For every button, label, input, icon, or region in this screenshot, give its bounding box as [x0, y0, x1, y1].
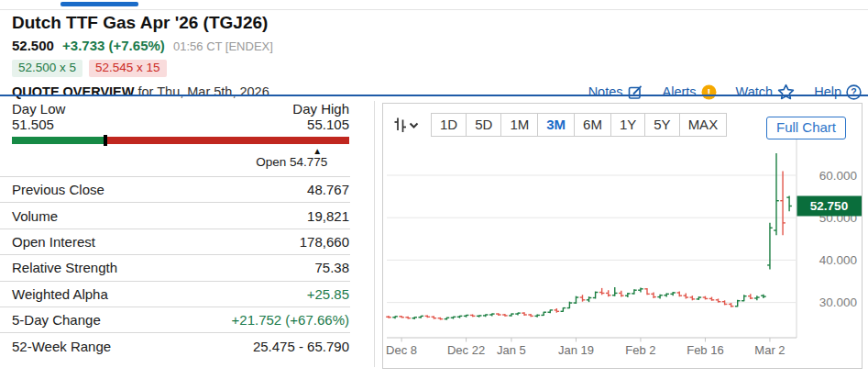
ohlc-bar — [477, 315, 482, 317]
ohlc-bar — [709, 297, 715, 301]
overview-row: QUOTE OVERVIEW for Thu, Mar 5th, 2026 No… — [12, 84, 862, 100]
page-title: Dutch TTF Gas Apr '26 (TGJ26) — [12, 11, 868, 35]
ohlc-bar — [644, 288, 650, 295]
stat-value: 19,821 — [307, 208, 349, 224]
watch-link[interactable]: Watch — [736, 84, 796, 100]
overview-label: QUOTE OVERVIEW — [12, 84, 134, 99]
chart-toolbar: 1D5D1M3M6M1Y5YMAX — [390, 113, 727, 137]
x-axis-label: Feb 16 — [687, 343, 723, 357]
stat-label: 52-Week Range — [12, 339, 111, 354]
ohlc-bar — [767, 223, 773, 270]
help-link[interactable]: Help? — [814, 84, 862, 100]
notes-link[interactable]: Notes — [588, 84, 643, 100]
quote-overview-page: Dutch TTF Gas Apr '26 (TGJ26) 52.500 +3.… — [0, 0, 868, 379]
ohlc-bar — [735, 300, 741, 307]
day-range-values: 51.505 55.105 — [12, 117, 349, 132]
ohlc-bar — [716, 298, 721, 302]
ohlc-bar — [657, 295, 663, 299]
period-tab-6m[interactable]: 6M — [574, 114, 610, 136]
stat-label: Relative Strength — [12, 260, 117, 275]
ohlc-bar — [412, 317, 417, 319]
ohlc-bar — [534, 315, 540, 318]
stat-label: Previous Close — [12, 182, 104, 197]
alerts-link[interactable]: Alerts! — [663, 84, 717, 100]
quote-stats-column: Day Low Day High 51.505 55.105 ▲ Open 54… — [0, 101, 375, 367]
alert-icon: ! — [701, 84, 717, 100]
period-tab-1m[interactable]: 1M — [500, 114, 537, 136]
ohlc-bar — [418, 316, 423, 318]
table-row: Volume19,821 — [0, 202, 350, 228]
ohlc-bar — [405, 317, 411, 319]
period-tab-5y[interactable]: 5Y — [644, 114, 678, 136]
stat-value: 178,660 — [300, 234, 349, 250]
ohlc-bar — [676, 292, 682, 297]
ohlc-bar — [580, 295, 586, 301]
table-row: Open Interest178,660 — [0, 229, 350, 254]
ohlc-bar — [457, 316, 463, 318]
day-high-label: Day High — [292, 101, 349, 117]
help-link-label: Help — [814, 84, 841, 99]
ohlc-bar — [445, 318, 450, 320]
ohlc-bar — [555, 308, 560, 313]
ohlc-bar — [451, 317, 456, 319]
table-row: 5-Day Change+21.752 (+67.66%) — [0, 307, 350, 332]
quote-timestamp: 01:56 CT [ENDEX] — [173, 39, 273, 53]
chart-type-dropdown[interactable] — [390, 113, 423, 137]
notes-link-label: Notes — [588, 84, 623, 99]
ohlc-bar — [502, 314, 508, 317]
day-low-value: 51.505 — [12, 117, 54, 132]
period-tab-1d[interactable]: 1D — [432, 114, 466, 136]
x-axis-label: Jan 5 — [497, 343, 526, 357]
ohlc-bar — [632, 289, 637, 295]
stat-label: Open Interest — [12, 234, 95, 250]
ohlc-bar — [748, 294, 753, 299]
period-tab-3m[interactable]: 3M — [537, 114, 574, 136]
ohlc-bar — [386, 316, 391, 318]
ohlc-bar — [612, 287, 618, 296]
period-tab-5d[interactable]: 5D — [466, 114, 500, 136]
table-row: Relative Strength75.38 — [0, 254, 350, 280]
ohlc-bar — [489, 314, 495, 317]
stat-label: Weighted Alpha — [12, 286, 108, 302]
ohlc-bar — [392, 316, 398, 318]
ohlc-bar — [438, 318, 444, 320]
period-tab-1y[interactable]: 1Y — [610, 114, 644, 136]
ohlc-bar — [690, 295, 696, 300]
ohlc-bar — [786, 196, 792, 212]
notes-icon — [628, 84, 643, 100]
y-axis-label: 40.000 — [819, 253, 857, 267]
ohlc-bar — [625, 293, 631, 297]
star-icon — [777, 84, 795, 100]
ohlc-bar — [754, 295, 760, 300]
table-row: Weighted Alpha+25.85 — [0, 281, 350, 307]
ohlc-bar — [541, 312, 546, 316]
y-axis-label: 30.000 — [819, 295, 857, 309]
range-bar-green-segment — [12, 137, 105, 144]
ohlc-bar — [742, 295, 747, 301]
day-range-bar — [12, 137, 349, 144]
ohlc-chart-type-icon — [392, 115, 422, 135]
stat-value: +21.752 (+67.66%) — [232, 312, 349, 328]
ohlc-bar — [464, 315, 469, 318]
ohlc-bar — [619, 291, 624, 297]
price-chart: Dec 8Dec 22Jan 5Jan 19Feb 2Feb 16Mar 260… — [383, 104, 862, 368]
open-marker-area: ▲ Open 54.775 — [12, 144, 349, 169]
ohlc-bar — [496, 313, 501, 316]
ohlc-bar — [587, 296, 592, 302]
stat-value: 48.767 — [307, 182, 349, 197]
period-tab-max[interactable]: MAX — [679, 114, 727, 136]
bid-ask-row: 52.500 x 5 52.545 x 15 — [12, 60, 868, 77]
table-row: Previous Close48.767 — [0, 176, 350, 202]
help-icon: ? — [846, 84, 862, 100]
ohlc-bar — [684, 293, 689, 298]
period-selector: 1D5D1M3M6M1Y5YMAX — [431, 113, 727, 137]
ohlc-bar — [547, 309, 553, 313]
chart-panel: 1D5D1M3M6M1Y5YMAX Full Chart Dec 8Dec 22… — [382, 103, 863, 369]
ohlc-bar — [593, 292, 599, 299]
ohlc-bar — [670, 292, 676, 295]
x-axis-label: Mar 2 — [754, 343, 785, 357]
top-tab-strip — [0, 0, 868, 10]
full-chart-button[interactable]: Full Chart — [766, 117, 846, 139]
x-axis-label: Feb 2 — [625, 343, 655, 357]
ohlc-bar — [432, 316, 437, 318]
